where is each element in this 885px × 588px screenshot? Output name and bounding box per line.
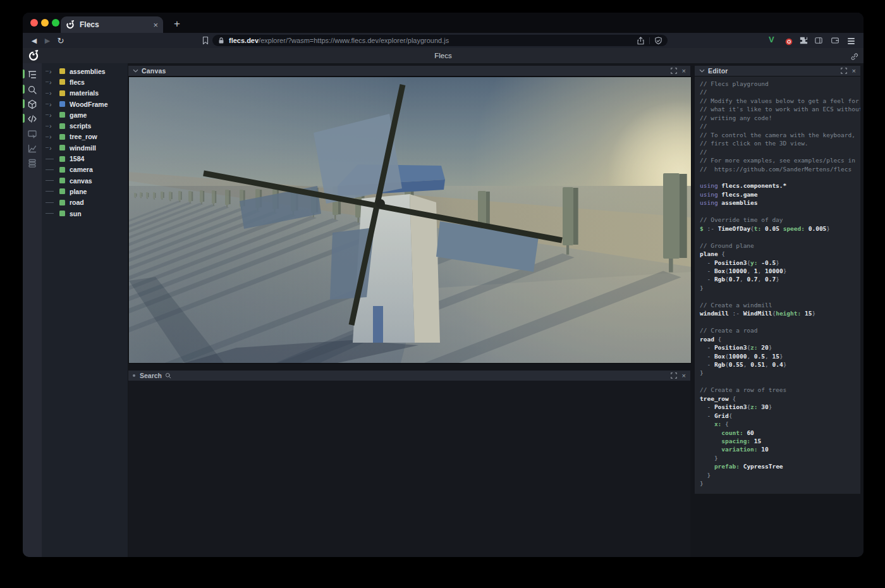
code-line: - Box{10000, 1, 10000} bbox=[700, 267, 860, 275]
sidebar-item-logs[interactable] bbox=[23, 156, 42, 170]
tree-item-label: assemblies bbox=[70, 68, 106, 75]
code-line: // To control the camera with the keyboa… bbox=[700, 131, 860, 139]
code-line: // For more examples, see examples/plecs… bbox=[700, 156, 860, 164]
search-panel-header[interactable]: Search × bbox=[128, 371, 690, 381]
tree-item-road[interactable]: road bbox=[42, 197, 128, 208]
fullscreen-icon[interactable] bbox=[671, 372, 677, 379]
entity-tree: ›assemblies›flecs›materials›WoodFrame›ga… bbox=[42, 63, 128, 557]
expand-chevron-icon[interactable]: › bbox=[46, 123, 59, 129]
tree-item-label: canvas bbox=[70, 177, 92, 185]
new-tab-button[interactable]: + bbox=[169, 16, 185, 32]
expand-chevron-icon[interactable]: › bbox=[46, 101, 59, 107]
entity-color-square bbox=[59, 167, 65, 173]
code-line: road { bbox=[700, 335, 860, 343]
screen-cursor-icon bbox=[27, 129, 37, 139]
expand-chevron-icon[interactable]: › bbox=[46, 145, 59, 151]
entity-color-square bbox=[59, 156, 65, 162]
tree-item-scripts[interactable]: ›scripts bbox=[42, 120, 128, 131]
tree-item-plane[interactable]: plane bbox=[42, 186, 128, 197]
code-line: count: 60 bbox=[700, 429, 860, 437]
expand-chevron-icon[interactable]: › bbox=[46, 90, 59, 96]
tree-item-camera[interactable]: camera bbox=[42, 164, 128, 175]
code-line: spacing: 15 bbox=[700, 437, 860, 445]
sidebar-item-script-editor[interactable] bbox=[23, 111, 42, 126]
code-line: } bbox=[700, 454, 860, 462]
expand-chevron-icon[interactable]: › bbox=[46, 112, 59, 118]
extensions-puzzle-icon[interactable] bbox=[799, 36, 808, 47]
share-icon[interactable] bbox=[637, 37, 645, 45]
sidebar-item-statistics[interactable] bbox=[23, 141, 42, 156]
window-minimize-button[interactable] bbox=[41, 19, 49, 27]
tree-item-label: flecs bbox=[70, 78, 85, 86]
sidebar-toggle-icon[interactable] bbox=[814, 36, 823, 47]
close-icon[interactable]: × bbox=[682, 67, 686, 75]
sidebar-item-entity-tree[interactable] bbox=[23, 67, 42, 82]
tree-item-WoodFrame[interactable]: ›WoodFrame bbox=[42, 99, 128, 109]
entity-color-square bbox=[59, 178, 65, 183]
tree-item-canvas[interactable]: canvas bbox=[42, 175, 128, 186]
browser-toolbar: ◀ ▶ ↻ flecs.dev/explorer/?wasm=https://w… bbox=[23, 33, 864, 48]
code-line: // Create a road bbox=[700, 326, 860, 334]
permalink-icon[interactable] bbox=[850, 52, 858, 63]
bookmark-icon[interactable] bbox=[201, 36, 210, 47]
search-icon bbox=[27, 85, 37, 95]
3d-scene[interactable] bbox=[129, 77, 691, 363]
tree-item-sun[interactable]: sun bbox=[42, 208, 128, 219]
chevron-down-icon[interactable] bbox=[699, 69, 705, 73]
tab-close-icon[interactable]: × bbox=[153, 20, 158, 30]
editor-code[interactable]: // Flecs playground//// Modify the value… bbox=[695, 77, 860, 494]
tree-item-label: WoodFrame bbox=[70, 101, 107, 108]
chevron-down-icon[interactable] bbox=[133, 69, 138, 73]
code-line bbox=[700, 207, 860, 216]
wallet-icon[interactable] bbox=[831, 36, 839, 47]
collapsed-bullet-icon[interactable] bbox=[133, 374, 135, 377]
tree-item-1584[interactable]: 1584 bbox=[42, 153, 128, 164]
search-panel-body[interactable] bbox=[128, 381, 690, 557]
code-line: - Grid{ bbox=[700, 412, 860, 420]
canvas-3d-view[interactable] bbox=[128, 77, 692, 364]
tree-item-flecs[interactable]: ›flecs bbox=[42, 77, 128, 87]
flecs-favicon bbox=[66, 20, 75, 29]
expand-chevron-icon[interactable]: › bbox=[46, 79, 59, 85]
tree-item-assemblies[interactable]: ›assemblies bbox=[42, 66, 128, 77]
sidebar-item-inspector[interactable] bbox=[23, 126, 42, 141]
code-icon bbox=[27, 114, 37, 124]
url-bar[interactable]: flecs.dev/explorer/?wasm=https://www.fle… bbox=[212, 35, 668, 46]
code-line: // what it's like to work with an ECS wi… bbox=[700, 105, 860, 113]
red-extension-icon[interactable] bbox=[785, 37, 793, 48]
sidebar-item-scene[interactable] bbox=[23, 97, 42, 111]
expand-chevron-icon[interactable]: › bbox=[46, 68, 59, 75]
editor-panel-title: Editor bbox=[708, 67, 728, 75]
back-icon[interactable]: ◀ bbox=[28, 33, 40, 48]
reload-icon[interactable]: ↻ bbox=[54, 33, 67, 48]
window-zoom-button[interactable] bbox=[52, 19, 59, 27]
editor-panel-header[interactable]: Editor × bbox=[695, 66, 860, 77]
fullscreen-icon[interactable] bbox=[671, 68, 677, 74]
tree-item-tree_row[interactable]: ›tree_row bbox=[42, 132, 128, 142]
lock-icon bbox=[217, 37, 225, 44]
code-line: plane { bbox=[700, 250, 860, 258]
fullscreen-icon[interactable] bbox=[841, 68, 847, 74]
tab-flecs[interactable]: Flecs × bbox=[61, 16, 163, 33]
sidebar-item-search[interactable] bbox=[23, 82, 42, 97]
url-text: flecs.dev/explorer/?wasm=https://www.fle… bbox=[229, 37, 637, 44]
vue-devtools-extension-icon[interactable]: V bbox=[769, 35, 774, 44]
active-indicator bbox=[23, 85, 25, 94]
code-line bbox=[700, 292, 860, 300]
search-magnifier-icon[interactable] bbox=[165, 372, 171, 379]
window-close-button[interactable] bbox=[30, 19, 38, 27]
tree-item-windmill[interactable]: ›windmill bbox=[42, 142, 128, 153]
shield-icon[interactable] bbox=[654, 37, 662, 45]
close-icon[interactable]: × bbox=[682, 372, 686, 379]
page-title: Flecs bbox=[23, 48, 864, 63]
tree-item-game[interactable]: ›game bbox=[42, 109, 128, 120]
menu-icon[interactable] bbox=[848, 37, 855, 46]
close-icon[interactable]: × bbox=[852, 67, 856, 75]
expand-chevron-icon[interactable]: › bbox=[46, 133, 59, 140]
tree-item-label: 1584 bbox=[70, 155, 84, 162]
forward-icon[interactable]: ▶ bbox=[41, 33, 54, 48]
tree-item-materials[interactable]: ›materials bbox=[42, 88, 128, 99]
url-bar-divider bbox=[649, 37, 650, 44]
canvas-panel-header[interactable]: Canvas × bbox=[128, 66, 690, 77]
code-line: variation: 10 bbox=[700, 445, 860, 453]
